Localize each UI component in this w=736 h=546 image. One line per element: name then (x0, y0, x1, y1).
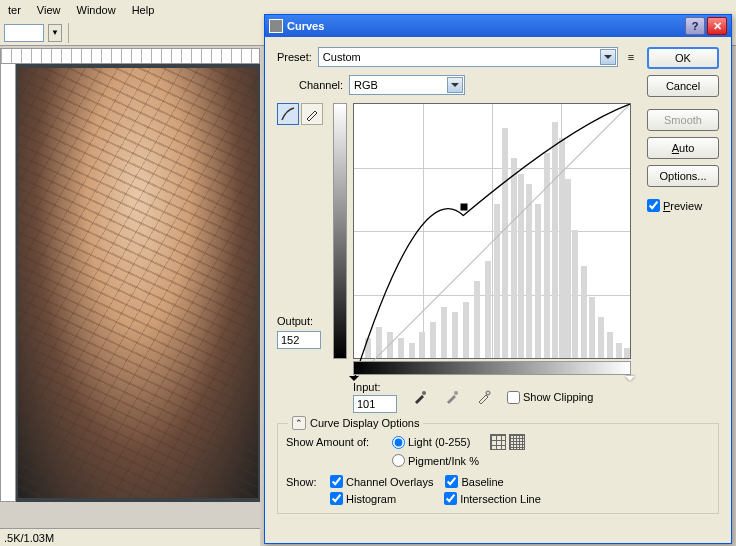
grid-fine-icon[interactable] (509, 434, 525, 450)
status-text: .5K/1.03M (4, 532, 54, 544)
channel-label: Channel: (299, 79, 343, 91)
histogram-checkbox[interactable]: Histogram (330, 492, 396, 505)
menu-filter[interactable]: ter (0, 1, 29, 19)
options-button[interactable]: Options... (647, 165, 719, 187)
intersection-checkbox[interactable]: Intersection Line (444, 492, 541, 505)
grid-coarse-icon[interactable] (490, 434, 506, 450)
status-bar: .5K/1.03M (0, 528, 260, 546)
curve-line (354, 104, 630, 380)
baseline-checkbox[interactable]: Baseline (445, 475, 503, 488)
menu-view[interactable]: View (29, 1, 69, 19)
black-point-slider[interactable] (349, 376, 359, 386)
channel-combo[interactable]: RGB (349, 75, 465, 95)
output-field[interactable]: 152 (277, 331, 321, 349)
preset-value: Custom (323, 51, 361, 63)
ruler-horizontal (0, 48, 260, 64)
svg-point-2 (454, 391, 458, 395)
input-field[interactable]: 101 (353, 395, 397, 413)
options-field[interactable] (4, 24, 44, 42)
curve-display-label: Curve Display Options (310, 417, 419, 429)
collapse-toggle[interactable]: ⌃ (292, 416, 306, 430)
smooth-button[interactable]: Smooth (647, 109, 719, 131)
menu-help[interactable]: Help (124, 1, 163, 19)
ok-button[interactable]: OK (647, 47, 719, 69)
curve-display-options: ⌃ Curve Display Options Show Amount of: … (277, 423, 719, 514)
close-button[interactable]: ✕ (707, 17, 727, 35)
help-button[interactable]: ? (685, 17, 705, 35)
svg-point-1 (422, 391, 426, 395)
cancel-button[interactable]: Cancel (647, 75, 719, 97)
curve-pencil-tool[interactable] (301, 103, 323, 125)
show-clipping-checkbox[interactable]: Show Clipping (507, 391, 593, 404)
chevron-down-icon[interactable] (600, 49, 616, 65)
image-content (18, 68, 258, 498)
preview-checkbox[interactable]: Preview (647, 199, 719, 212)
preset-menu-icon[interactable]: ≡ (624, 50, 638, 64)
light-radio[interactable]: Light (0-255) (392, 436, 470, 449)
curves-graph[interactable] (353, 103, 631, 359)
curves-dialog: Curves ? ✕ Preset: Custom ≡ Channel: RGB (264, 14, 732, 544)
preset-label: Preset: (277, 51, 312, 63)
black-eyedropper-icon[interactable] (411, 388, 429, 406)
channel-overlays-checkbox[interactable]: Channel Overlays (330, 475, 433, 488)
show-amount-label: Show Amount of: (286, 436, 386, 448)
menu-window[interactable]: Window (69, 1, 124, 19)
gray-eyedropper-icon[interactable] (443, 388, 461, 406)
channel-value: RGB (354, 79, 378, 91)
ruler-vertical (0, 64, 16, 502)
preset-combo[interactable]: Custom (318, 47, 618, 67)
svg-point-3 (486, 391, 490, 395)
document-canvas[interactable] (16, 64, 260, 502)
show-label: Show: (286, 476, 324, 488)
input-gradient (353, 361, 631, 375)
white-eyedropper-icon[interactable] (475, 388, 493, 406)
dialog-title: Curves (287, 20, 324, 32)
input-label: Input: (353, 381, 397, 393)
pigment-radio[interactable]: Pigment/Ink % (392, 454, 479, 467)
chevron-down-icon[interactable] (447, 77, 463, 93)
output-label: Output: (277, 315, 325, 327)
output-gradient (333, 103, 347, 359)
svg-line-0 (354, 104, 630, 380)
dialog-titlebar[interactable]: Curves ? ✕ (265, 15, 731, 37)
curve-control-point[interactable] (461, 204, 468, 211)
auto-button[interactable]: Auto (647, 137, 719, 159)
options-dropdown[interactable]: ▼ (48, 24, 62, 42)
white-point-slider[interactable] (625, 376, 635, 386)
curve-point-tool[interactable] (277, 103, 299, 125)
dialog-icon (269, 19, 283, 33)
